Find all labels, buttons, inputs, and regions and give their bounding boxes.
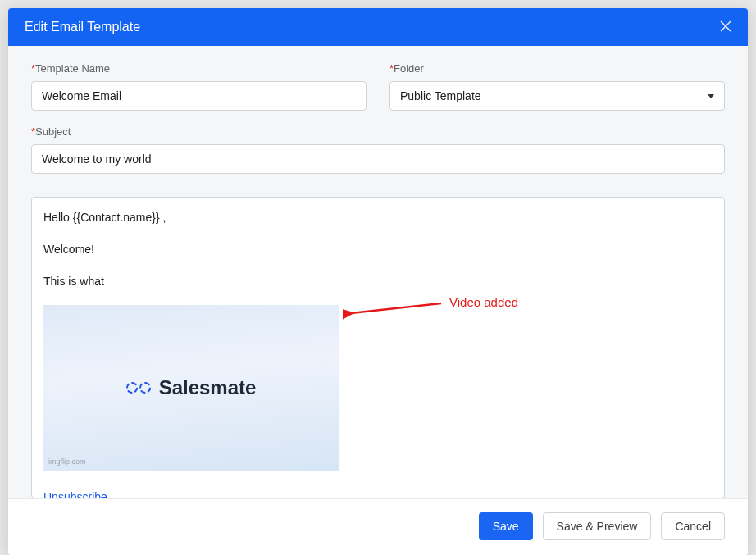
cancel-button[interactable]: Cancel xyxy=(661,512,725,540)
modal-header: Edit Email Template xyxy=(8,8,748,46)
editor-line: Welcome! xyxy=(43,241,713,258)
folder-selected-value: Public Template xyxy=(400,89,481,102)
modal-content: *Template Name *Folder Public Template *… xyxy=(8,46,748,498)
folder-select[interactable]: Public Template xyxy=(389,81,725,111)
template-name-input[interactable] xyxy=(31,81,367,111)
folder-label: *Folder xyxy=(389,62,725,75)
subject-group: *Subject xyxy=(31,125,725,174)
subject-input[interactable] xyxy=(31,144,725,174)
embedded-video-thumbnail[interactable]: Salesmate imgflip.com xyxy=(43,305,339,471)
unsubscribe-link[interactable]: Unsubscribe xyxy=(43,489,713,498)
close-icon[interactable] xyxy=(720,20,731,34)
email-body-editor[interactable]: Hello {{Contact.name}} , Welcome! This i… xyxy=(31,197,725,498)
save-button[interactable]: Save xyxy=(479,512,533,540)
salesmate-logo: Salesmate xyxy=(126,373,257,403)
form-section: *Template Name *Folder Public Template *… xyxy=(8,46,748,197)
modal-footer: Save Save & Preview Cancel xyxy=(8,498,748,555)
salesmate-logo-icon xyxy=(126,382,151,394)
text-cursor xyxy=(344,461,344,474)
editor-line: Hello {{Contact.name}} , xyxy=(43,209,713,226)
subject-label: *Subject xyxy=(31,125,725,138)
modal-title: Edit Email Template xyxy=(25,20,140,34)
editor-line: This is what xyxy=(43,273,713,290)
template-name-label: *Template Name xyxy=(31,62,367,75)
save-preview-button[interactable]: Save & Preview xyxy=(543,512,652,540)
salesmate-logo-text: Salesmate xyxy=(159,373,257,403)
watermark-text: imgflip.com xyxy=(48,457,86,468)
edit-email-template-modal: Edit Email Template *Template Name *Fold… xyxy=(8,8,748,555)
folder-group: *Folder Public Template xyxy=(389,62,725,111)
template-name-group: *Template Name xyxy=(31,62,367,111)
caret-down-icon xyxy=(708,94,714,98)
